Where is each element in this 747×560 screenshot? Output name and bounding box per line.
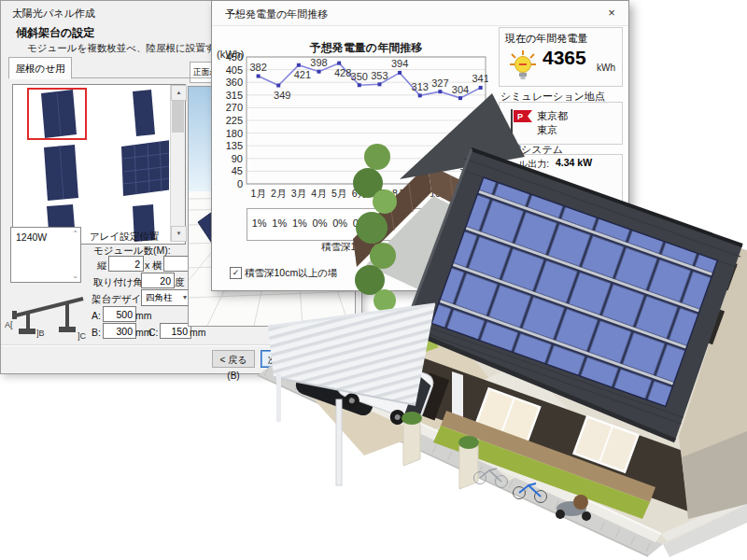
carport-post — [336, 399, 342, 485]
desktop: 太陽光パネル作成 傾斜架台の設定 モジュールを複数枚並べ、陸屋根に設置するための… — [0, 0, 747, 560]
house-3d-render[interactable] — [0, 0, 747, 560]
carport-post — [276, 373, 281, 422]
